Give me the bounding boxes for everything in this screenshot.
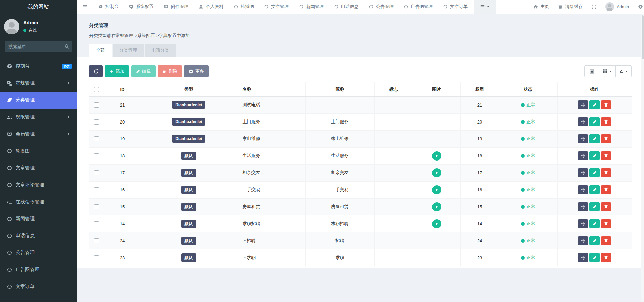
category-image-thumbnail[interactable] <box>432 151 441 161</box>
sidebar-item-category-management[interactable]: 分类管理 <box>0 92 77 109</box>
cell-nickname <box>305 96 374 113</box>
row-delete-button[interactable] <box>601 151 611 160</box>
nav-item-ad-images[interactable]: 广告图管理 <box>399 0 438 14</box>
sidebar-item-online-commands[interactable]: 在线命令管理 <box>0 193 77 210</box>
row-edit-button[interactable] <box>589 134 600 143</box>
circle-icon <box>443 4 448 9</box>
row-edit-button[interactable] <box>589 168 600 177</box>
columns-toggle-button[interactable] <box>599 65 616 77</box>
row-edit-button[interactable] <box>589 185 600 194</box>
row-delete-button[interactable] <box>601 219 611 228</box>
row-checkbox[interactable] <box>94 221 99 226</box>
row-delete-button[interactable] <box>601 134 611 143</box>
nav-item-articles[interactable]: 文章管理 <box>259 0 294 14</box>
export-button[interactable] <box>615 65 632 77</box>
nav-item-article-orders[interactable]: 文章订单 <box>438 0 473 14</box>
menu-search-input[interactable] <box>5 41 72 52</box>
sidebar-item-ad-images[interactable]: 广告图管理 <box>0 261 77 278</box>
nav-user-menu[interactable]: Admin <box>601 0 633 14</box>
search-icon[interactable] <box>64 44 69 50</box>
more-button[interactable]: 更多 <box>184 65 209 77</box>
nav-item-system-config[interactable]: 系统配置 <box>124 0 159 14</box>
row-edit-button[interactable] <box>589 100 600 109</box>
nav-item-console[interactable]: 控制台 <box>93 0 124 14</box>
tab-all[interactable]: 全部 <box>89 44 112 57</box>
row-edit-button[interactable] <box>589 151 600 160</box>
row-edit-button[interactable] <box>589 236 600 245</box>
row-delete-button[interactable] <box>601 168 611 177</box>
page-scrollbar[interactable] <box>641 14 644 302</box>
category-image-thumbnail[interactable] <box>432 219 441 228</box>
sidebar-item-permissions[interactable]: 权限管理 <box>0 109 77 126</box>
nav-item-attachments[interactable]: 附件管理 <box>159 0 194 14</box>
sidebar-item-members[interactable]: 会员管理 <box>0 126 77 143</box>
nav-item-news[interactable]: 新闻管理 <box>294 0 329 14</box>
add-button[interactable]: 添加 <box>105 65 129 77</box>
sidebar-item-articles[interactable]: 文章管理 <box>0 159 77 176</box>
row-checkbox[interactable] <box>94 187 99 192</box>
row-edit-button[interactable] <box>589 202 600 211</box>
sidebar-item-news[interactable]: 新闻管理 <box>0 210 77 227</box>
category-image-thumbnail[interactable] <box>432 185 441 194</box>
sidebar-item-console[interactable]: 控制台 hot <box>0 58 77 75</box>
drag-sort-button[interactable] <box>578 253 588 262</box>
drag-sort-button[interactable] <box>578 100 588 109</box>
sidebar-item-announcements[interactable]: 公告管理 <box>0 244 77 261</box>
nav-item-phone-info[interactable]: 电话信息 <box>329 0 364 14</box>
nav-overflow-dropdown[interactable] <box>474 0 496 14</box>
row-checkbox[interactable] <box>94 153 99 158</box>
refresh-button[interactable] <box>89 65 103 77</box>
scrollbar-thumb[interactable] <box>642 15 644 59</box>
drag-sort-button[interactable] <box>578 219 588 228</box>
table-view-button[interactable] <box>584 65 599 77</box>
drag-sort-button[interactable] <box>578 151 588 160</box>
status-dot-icon <box>521 222 525 226</box>
select-all-checkbox[interactable] <box>94 87 99 92</box>
sidebar-item-article-orders[interactable]: 文章订单 <box>0 278 77 295</box>
category-image-thumbnail[interactable] <box>432 202 441 211</box>
row-checkbox[interactable] <box>94 255 99 260</box>
tab-category-management[interactable]: 分类管理 <box>113 44 144 57</box>
nav-clear-cache-button[interactable]: 清除缓存 <box>554 0 587 14</box>
tab-phone-category[interactable]: 电话分类 <box>145 44 176 57</box>
row-edit-button[interactable] <box>589 253 600 262</box>
row-delete-button[interactable] <box>601 236 611 245</box>
sidebar-item-label: 公告管理 <box>16 250 72 256</box>
row-delete-button[interactable] <box>601 100 611 109</box>
row-edit-button[interactable] <box>589 117 600 126</box>
sidebar-username: Admin <box>23 20 38 25</box>
row-checkbox[interactable] <box>94 136 99 141</box>
sidebar-toggle-button[interactable] <box>77 0 93 14</box>
drag-sort-button[interactable] <box>578 117 588 126</box>
row-delete-button[interactable] <box>601 202 611 211</box>
row-delete-button[interactable] <box>601 117 611 126</box>
delete-button[interactable]: 删除 <box>158 65 182 77</box>
edit-button[interactable]: 编辑 <box>131 65 156 77</box>
row-delete-button[interactable] <box>601 253 611 262</box>
sidebar-item-general-management[interactable]: 常规管理 <box>0 75 77 92</box>
drag-sort-button[interactable] <box>578 185 588 194</box>
nav-item-profile[interactable]: 个人资料 <box>194 0 228 14</box>
sidebar-item-article-comments[interactable]: 文章评论管理 <box>0 176 77 193</box>
nav-item-carousel[interactable]: 轮播图 <box>228 0 259 14</box>
sidebar-item-phone-info[interactable]: 电话信息 <box>0 227 77 244</box>
nav-item-announcements[interactable]: 公告管理 <box>364 0 399 14</box>
drag-sort-button[interactable] <box>578 134 588 143</box>
app-logo[interactable]: 我的网站 <box>0 0 77 14</box>
cell-type: 默认 <box>141 198 237 215</box>
row-checkbox[interactable] <box>94 238 99 243</box>
drag-sort-button[interactable] <box>578 236 588 245</box>
nav-fullscreen-button[interactable] <box>587 0 601 14</box>
drag-sort-button[interactable] <box>578 202 588 211</box>
category-image-thumbnail[interactable] <box>432 168 441 177</box>
row-checkbox[interactable] <box>94 204 99 209</box>
row-delete-button[interactable] <box>601 185 611 194</box>
row-checkbox[interactable] <box>94 170 99 175</box>
sidebar-item-carousel[interactable]: 轮播图 <box>0 143 77 159</box>
row-edit-button[interactable] <box>589 219 600 228</box>
nav-settings-button[interactable] <box>633 0 644 14</box>
drag-sort-button[interactable] <box>578 168 588 177</box>
nav-home-link[interactable]: 主页 <box>529 0 554 14</box>
row-checkbox[interactable] <box>94 102 99 108</box>
row-checkbox[interactable] <box>94 119 99 125</box>
